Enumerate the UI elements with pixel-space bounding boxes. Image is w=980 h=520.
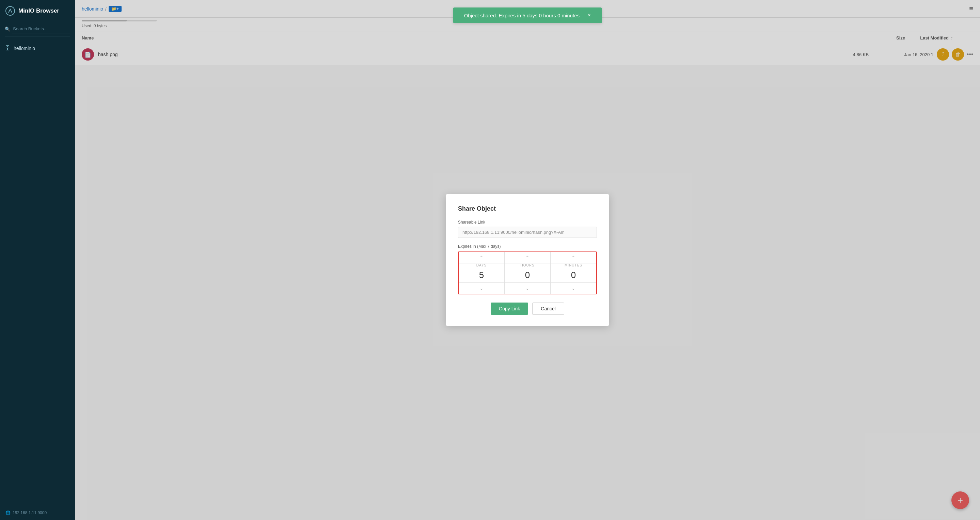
search-input[interactable] xyxy=(12,24,70,33)
server-address: 192.168.1.11:9000 xyxy=(13,510,47,515)
minutes-col: ⌃ MINUTES 0 ⌄ xyxy=(550,252,596,294)
time-picker: ⌃ DAYS 5 ⌄ ⌃ HOURS 0 ⌄ xyxy=(458,252,597,294)
modal-overlay: Share Object Shareable Link Expires in (… xyxy=(75,0,980,520)
toast-close-button[interactable]: × xyxy=(588,12,591,18)
bucket-name: hellominio xyxy=(14,46,35,51)
bucket-icon: 🗄 xyxy=(5,45,10,51)
globe-icon: 🌐 xyxy=(5,510,11,515)
minutes-label: MINUTES xyxy=(565,263,582,267)
sidebar: MinIO Browser 🔍 🗄 hellominio 🌐 192.168.1… xyxy=(0,0,75,520)
hours-down-arrow[interactable]: ⌄ xyxy=(504,283,550,294)
minutes-up-arrow[interactable]: ⌃ xyxy=(550,252,596,263)
hours-up-arrow[interactable]: ⌃ xyxy=(504,252,550,263)
expires-label: Expires in (Max 7 days) xyxy=(458,244,597,249)
sidebar-logo: MinIO Browser xyxy=(0,0,75,22)
hours-value: 0 xyxy=(525,268,530,282)
share-object-modal: Share Object Shareable Link Expires in (… xyxy=(446,194,609,326)
cancel-button[interactable]: Cancel xyxy=(532,303,564,315)
search-icon: 🔍 xyxy=(5,27,10,32)
minio-logo-icon xyxy=(5,6,15,16)
days-up-arrow[interactable]: ⌃ xyxy=(459,252,504,263)
sidebar-item-hellominio[interactable]: 🗄 hellominio xyxy=(0,42,75,55)
days-value: 5 xyxy=(479,268,484,282)
toast-notification: Object shared. Expires in 5 days 0 hours… xyxy=(453,8,602,23)
sidebar-footer: 🌐 192.168.1.11:9000 xyxy=(0,506,75,520)
app-title: MinIO Browser xyxy=(18,8,59,14)
svg-point-0 xyxy=(6,6,14,15)
shareable-link-input[interactable] xyxy=(458,227,597,238)
hours-label: HOURS xyxy=(520,263,534,267)
minutes-value: 0 xyxy=(571,268,576,282)
search-area: 🔍 xyxy=(0,22,75,42)
hours-col: ⌃ HOURS 0 ⌄ xyxy=(504,252,550,294)
shareable-link-label: Shareable Link xyxy=(458,220,597,225)
minutes-down-arrow[interactable]: ⌄ xyxy=(550,283,596,294)
modal-title: Share Object xyxy=(458,205,597,212)
copy-link-button[interactable]: Copy Link xyxy=(491,303,528,315)
days-down-arrow[interactable]: ⌄ xyxy=(459,283,504,294)
modal-actions: Copy Link Cancel xyxy=(458,303,597,315)
toast-message: Object shared. Expires in 5 days 0 hours… xyxy=(464,13,579,18)
main-content: Object shared. Expires in 5 days 0 hours… xyxy=(75,0,980,520)
days-label: DAYS xyxy=(476,263,487,267)
days-col: ⌃ DAYS 5 ⌄ xyxy=(459,252,504,294)
